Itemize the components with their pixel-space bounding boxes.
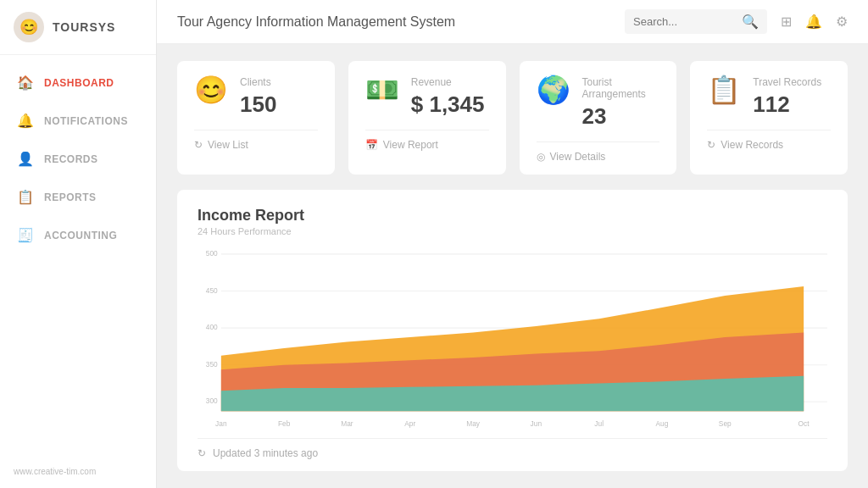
page-title: Tour Agency Information Management Syste… bbox=[177, 14, 625, 30]
svg-text:Aug: Aug bbox=[656, 419, 669, 428]
chart-subtitle: 24 Hours Performance bbox=[198, 226, 827, 236]
svg-text:Oct: Oct bbox=[798, 419, 810, 428]
revenue-link[interactable]: 📅 View Report bbox=[365, 139, 489, 151]
avatar: 😊 bbox=[14, 12, 44, 42]
svg-text:Apr: Apr bbox=[404, 419, 415, 428]
svg-text:Feb: Feb bbox=[278, 419, 290, 428]
svg-text:500: 500 bbox=[206, 248, 218, 258]
chart-footer: ↻ Updated 3 minutes ago bbox=[198, 438, 827, 459]
sidebar-label-reports: Reports bbox=[44, 191, 97, 203]
clients-link[interactable]: ↻ View List bbox=[194, 139, 318, 151]
bell-header-icon[interactable]: 🔔 bbox=[805, 14, 822, 30]
person-icon: 👤 bbox=[17, 151, 34, 167]
bell-icon: 🔔 bbox=[17, 113, 34, 129]
travel-value: 112 bbox=[753, 92, 821, 118]
clients-link-icon: ↻ bbox=[194, 139, 203, 151]
clients-value: 150 bbox=[240, 92, 276, 118]
search-box[interactable]: 🔍 bbox=[625, 9, 767, 34]
main-content: Tour Agency Information Management Syste… bbox=[157, 0, 868, 488]
svg-text:Jul: Jul bbox=[594, 419, 604, 428]
stat-info-travel: Travel Records 112 bbox=[753, 76, 821, 118]
travel-icon: 📋 bbox=[707, 76, 741, 103]
income-chart-svg: 500 450 400 350 300 bbox=[198, 245, 827, 430]
accounting-icon: 🧾 bbox=[17, 227, 34, 243]
stat-top-clients: 😊 Clients 150 bbox=[194, 76, 318, 118]
travel-link[interactable]: ↻ View Records bbox=[707, 139, 831, 151]
revenue-link-icon: 📅 bbox=[365, 139, 378, 151]
travel-label: Travel Records bbox=[753, 76, 821, 88]
sidebar-item-reports[interactable]: 📋 Reports bbox=[0, 178, 156, 216]
sidebar-label-accounting: Accounting bbox=[44, 230, 117, 241]
chart-title: Income Report bbox=[198, 207, 827, 225]
sidebar-label-dashboard: Dashboard bbox=[44, 77, 114, 89]
stat-info-revenue: Revenue $ 1,345 bbox=[411, 76, 485, 118]
report-icon: 📋 bbox=[17, 189, 34, 205]
sidebar-item-dashboard[interactable]: 🏠 Dashboard bbox=[0, 64, 156, 102]
stat-divider-revenue bbox=[365, 130, 489, 130]
svg-text:Mar: Mar bbox=[341, 419, 353, 428]
header: Tour Agency Information Management Syste… bbox=[157, 0, 868, 44]
search-input[interactable] bbox=[633, 15, 735, 28]
svg-text:300: 300 bbox=[206, 396, 218, 406]
stat-card-tourist: 🌍 Tourist Arrangements 23 ◎ View Details bbox=[520, 61, 677, 175]
tourist-label: Tourist Arrangements bbox=[582, 76, 660, 100]
app-name: TOURSYS bbox=[53, 20, 115, 34]
sidebar-label-records: Records bbox=[44, 153, 98, 165]
revenue-link-label: View Report bbox=[383, 139, 438, 151]
stat-top-travel: 📋 Travel Records 112 bbox=[707, 76, 831, 118]
svg-text:May: May bbox=[466, 419, 480, 428]
clients-label: Clients bbox=[240, 76, 276, 88]
revenue-icon: 💵 bbox=[365, 76, 399, 103]
tourist-link[interactable]: ◎ View Details bbox=[537, 151, 660, 163]
footer-text: www.creative-tim.com bbox=[14, 467, 96, 476]
svg-text:Jun: Jun bbox=[531, 419, 542, 428]
svg-text:Jan: Jan bbox=[215, 419, 226, 428]
sidebar: 😊 TOURSYS 🏠 Dashboard 🔔 Notifications 👤 … bbox=[0, 0, 157, 488]
clients-link-label: View List bbox=[208, 139, 248, 151]
svg-text:350: 350 bbox=[206, 359, 218, 369]
stats-row: 😊 Clients 150 ↻ View List 💵 Reve bbox=[177, 61, 848, 175]
stat-info-clients: Clients 150 bbox=[240, 76, 276, 118]
sidebar-item-records[interactable]: 👤 Records bbox=[0, 140, 156, 178]
clients-icon: 😊 bbox=[194, 76, 228, 103]
sidebar-footer: www.creative-tim.com bbox=[0, 455, 156, 488]
svg-text:400: 400 bbox=[206, 323, 218, 332]
grid-icon[interactable]: ⊞ bbox=[781, 14, 792, 30]
search-icon[interactable]: 🔍 bbox=[742, 14, 759, 30]
header-actions: 🔍 ⊞ 🔔 ⚙ bbox=[625, 9, 848, 34]
sidebar-item-accounting[interactable]: 🧾 Accounting bbox=[0, 216, 156, 254]
revenue-value: $ 1,345 bbox=[411, 92, 485, 118]
gear-icon[interactable]: ⚙ bbox=[836, 14, 848, 30]
chart-card: Income Report 24 Hours Performance 500 4… bbox=[177, 190, 848, 471]
chart-area: 500 450 400 350 300 bbox=[198, 245, 827, 430]
tourist-link-icon: ◎ bbox=[537, 151, 545, 163]
tourist-link-label: View Details bbox=[550, 151, 606, 163]
stat-divider-tourist bbox=[537, 141, 660, 142]
sidebar-label-notifications: Notifications bbox=[44, 115, 128, 127]
stat-divider-travel bbox=[707, 130, 831, 130]
chart-footer-icon: ↻ bbox=[198, 447, 206, 459]
stat-top-tourist: 🌍 Tourist Arrangements 23 bbox=[537, 76, 660, 130]
stat-divider bbox=[194, 130, 318, 130]
travel-link-label: View Records bbox=[721, 139, 783, 151]
revenue-label: Revenue bbox=[411, 76, 485, 88]
stat-card-clients: 😊 Clients 150 ↻ View List bbox=[177, 61, 335, 175]
content-area: 😊 Clients 150 ↻ View List 💵 Reve bbox=[157, 44, 868, 488]
sidebar-nav: 🏠 Dashboard 🔔 Notifications 👤 Records 📋 … bbox=[0, 55, 156, 455]
travel-link-icon: ↻ bbox=[707, 139, 715, 151]
dashboard-icon: 🏠 bbox=[17, 75, 34, 91]
tourist-icon: 🌍 bbox=[537, 76, 570, 103]
stat-card-revenue: 💵 Revenue $ 1,345 📅 View Report bbox=[348, 61, 506, 175]
tourist-value: 23 bbox=[582, 103, 660, 130]
svg-text:Sep: Sep bbox=[719, 419, 732, 428]
sidebar-item-notifications[interactable]: 🔔 Notifications bbox=[0, 102, 156, 140]
stat-card-travel: 📋 Travel Records 112 ↻ View Records bbox=[690, 61, 848, 175]
chart-footer-text: Updated 3 minutes ago bbox=[213, 447, 318, 459]
stat-info-tourist: Tourist Arrangements 23 bbox=[582, 76, 660, 130]
sidebar-logo: 😊 TOURSYS bbox=[0, 0, 156, 55]
svg-text:450: 450 bbox=[206, 286, 218, 295]
stat-top-revenue: 💵 Revenue $ 1,345 bbox=[365, 76, 489, 118]
